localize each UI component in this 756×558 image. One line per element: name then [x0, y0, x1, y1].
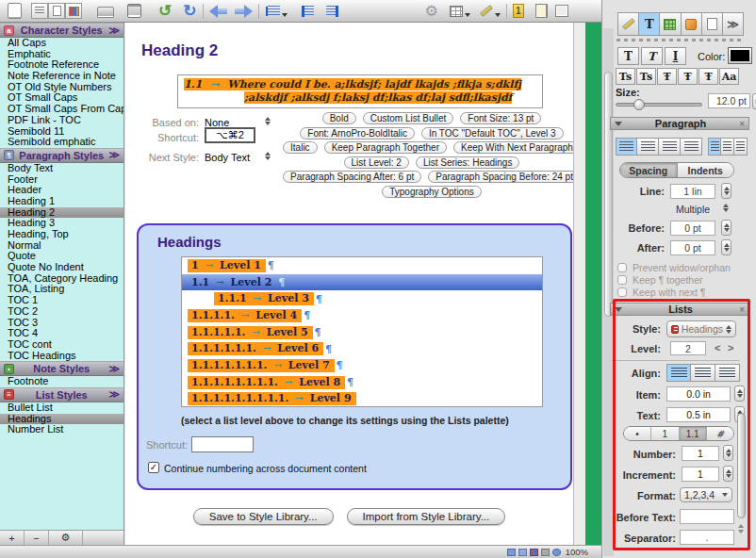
column-icon[interactable] [535, 2, 548, 21]
status-zoom-icon[interactable] [552, 549, 561, 556]
style-item[interactable]: TOC 2 [0, 306, 123, 318]
attribute-pill[interactable]: Keep With Next Paragraph [453, 141, 581, 154]
keep-with-next-checkbox[interactable] [617, 287, 627, 297]
text-field[interactable]: 0.5 in [666, 407, 731, 422]
close-icon[interactable]: × [739, 304, 745, 315]
view-draft-icon[interactable] [31, 3, 48, 19]
list-level-row-selected[interactable]: 1.1→Level 2¶ [182, 274, 542, 291]
document-scrollbar[interactable] [573, 23, 585, 545]
double-space-button[interactable] [734, 138, 748, 156]
split-view-icon[interactable] [555, 2, 568, 21]
tab-more[interactable]: ≫ [723, 13, 743, 35]
overline-button[interactable]: Ŧ [698, 68, 718, 85]
indent-less-icon[interactable] [323, 2, 338, 21]
status-language-icon[interactable] [530, 549, 538, 556]
attribute-pill[interactable]: Typography Options [382, 186, 482, 198]
list-style-popup[interactable]: Headings [666, 320, 736, 337]
list-level-row[interactable]: 1.1.1→Level 3¶ [182, 290, 542, 307]
next-style-stepper[interactable] [265, 152, 271, 160]
gear-icon[interactable]: ⚙ [425, 2, 438, 21]
superscript-button[interactable]: Ts [636, 68, 656, 85]
list-level-row[interactable]: 1.1.1.1.1.1.1.→Level 7¶ [182, 357, 542, 374]
align-center-button[interactable] [637, 138, 659, 156]
palette-scrollbar-right[interactable] [737, 413, 746, 518]
smallcaps-button[interactable]: Aa [719, 68, 739, 85]
style-item[interactable]: Body Text [0, 163, 123, 174]
tab-indents[interactable]: Indents [677, 163, 734, 177]
save-icon[interactable] [127, 2, 141, 21]
add-style-button[interactable]: + [0, 531, 25, 545]
color-well[interactable] [728, 47, 752, 64]
status-view-icon[interactable] [518, 549, 527, 556]
subscript-button[interactable]: Ts [616, 68, 635, 85]
list-level-row[interactable]: 1→Level 1¶ [182, 257, 542, 274]
style-item[interactable]: Quote No Indent [0, 262, 123, 273]
collapse-chevron-icon[interactable]: ≫ [108, 363, 120, 375]
list-shortcut-field[interactable] [191, 436, 254, 452]
list-level-row[interactable]: 1.1.1.1.1.1.→Level 6¶ [182, 340, 542, 357]
collapse-chevron-icon[interactable]: ≫ [108, 388, 120, 401]
keep-together-checkbox[interactable] [617, 275, 627, 285]
style-item[interactable]: Note Reference in Note [0, 71, 123, 82]
import-from-style-library-button[interactable]: Import from Style Library... [347, 508, 506, 525]
forward-icon[interactable] [234, 2, 253, 21]
size-stepper[interactable] [752, 93, 756, 109]
tab-drawing[interactable] [618, 13, 639, 35]
before-text-field[interactable] [680, 509, 734, 524]
attribute-pill[interactable]: Font: ArnoPro-BoldItalic [300, 127, 415, 140]
section-header-note-styles[interactable]: • Note Styles ≫ [0, 361, 123, 376]
line-field[interactable]: 1 lin [670, 184, 715, 199]
list-align-left-button[interactable] [666, 364, 691, 382]
disclosure-triangle-icon[interactable] [615, 122, 622, 126]
list-align-center-button[interactable] [691, 364, 715, 382]
size-field[interactable]: 12.0 pt [708, 93, 750, 108]
section-header-character-styles[interactable]: a Character Styles ≫ [0, 23, 123, 38]
number-segment[interactable]: 1 [651, 427, 679, 440]
before-stepper[interactable] [721, 220, 731, 236]
style-item[interactable]: Number List [0, 424, 123, 435]
style-item[interactable]: PDF Link - TOC [0, 115, 123, 126]
increment-field[interactable]: 1 [682, 467, 719, 482]
style-gear-menu-button[interactable]: ⚙ [49, 531, 83, 545]
format-popup[interactable]: 1,2,3,4 [680, 487, 732, 502]
level-prev-button[interactable]: < [715, 342, 720, 353]
tab-page[interactable] [702, 13, 723, 35]
view-page-icon[interactable] [48, 3, 65, 19]
attribute-pill[interactable]: List Level: 2 [344, 156, 409, 169]
tab-table[interactable] [660, 13, 681, 35]
separator-field[interactable]: . [680, 530, 734, 545]
attribute-pill[interactable]: Italic [283, 141, 318, 154]
bold-button[interactable]: T [617, 47, 639, 65]
shortcut-field[interactable]: ⌥⌘2 [205, 127, 255, 143]
table-icon[interactable] [450, 2, 470, 21]
single-space-button[interactable] [708, 138, 721, 156]
style-item[interactable]: All Caps [0, 38, 123, 49]
attribute-pill[interactable]: List Series: Headings [416, 156, 520, 169]
style-item[interactable]: Semibold emphatic [0, 137, 123, 148]
attribute-pill[interactable]: Paragraph Spacing After: 6 pt [283, 171, 421, 183]
print-icon[interactable] [97, 2, 114, 21]
number-field[interactable]: 1 [682, 446, 719, 461]
tab-text[interactable]: T [639, 13, 660, 35]
align-justify-button[interactable] [681, 138, 702, 156]
bullet-segment[interactable]: • [624, 427, 651, 440]
level-field[interactable]: 2 [670, 341, 706, 355]
line-stepper[interactable] [721, 183, 731, 199]
style-item[interactable]: Footnote [0, 376, 123, 387]
zoom-level[interactable]: 100% [566, 547, 588, 557]
section-header-list-styles[interactable]: ≡ List Styles ≫ [0, 387, 123, 402]
style-item[interactable]: TOC Headings [0, 351, 123, 362]
level-next-button[interactable]: > [728, 342, 733, 353]
collapse-chevron-icon[interactable]: ≫ [108, 149, 120, 161]
undo-icon[interactable]: ↺ [158, 2, 172, 21]
scrollbar-arrows[interactable] [738, 524, 744, 533]
close-icon[interactable]: × [739, 119, 745, 129]
double-strikethrough-button[interactable]: Ŧ [678, 68, 698, 85]
collapse-chevron-icon[interactable]: ≫ [108, 25, 120, 37]
style-item[interactable]: Heading 1 [0, 196, 123, 207]
outline-segment[interactable]: 1.1 [680, 427, 707, 440]
item-stepper[interactable] [734, 386, 745, 402]
section-number-icon[interactable]: 1 [513, 2, 524, 21]
document-icon[interactable] [8, 2, 22, 21]
attribute-pill[interactable]: Bold [322, 112, 356, 124]
